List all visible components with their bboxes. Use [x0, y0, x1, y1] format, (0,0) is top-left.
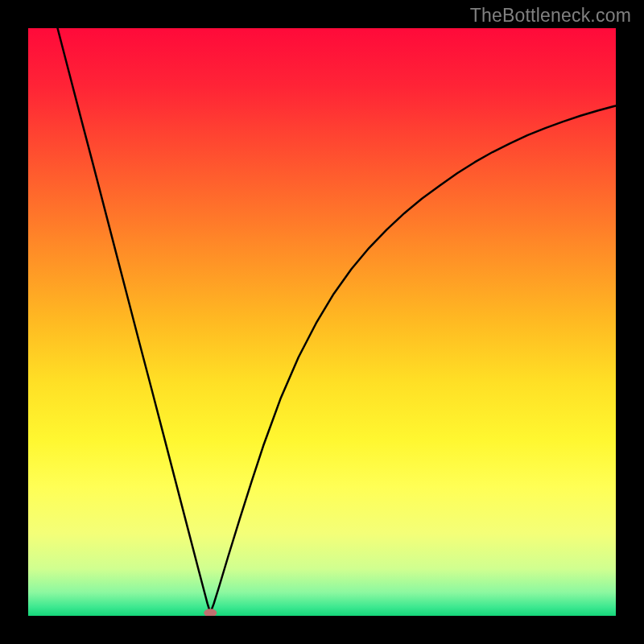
- chart-frame: TheBottleneck.com: [0, 0, 644, 644]
- gradient-background: [28, 28, 616, 616]
- plot-svg: [28, 28, 616, 616]
- plot-area: [28, 28, 616, 616]
- watermark-text: TheBottleneck.com: [470, 5, 631, 27]
